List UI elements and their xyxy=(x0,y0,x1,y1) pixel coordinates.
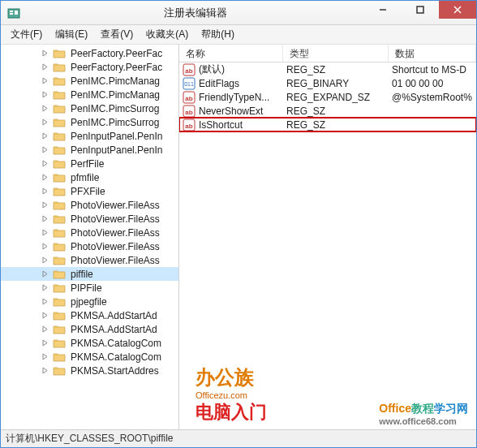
expand-toggle-icon[interactable] xyxy=(40,269,49,279)
binary-value-icon: 011 xyxy=(183,77,196,90)
tree-item[interactable]: PKMSA.StartAddres xyxy=(1,364,178,377)
expand-toggle-icon[interactable] xyxy=(40,49,49,58)
tree-item[interactable]: PKMSA.CatalogCom xyxy=(1,350,178,364)
value-row[interactable]: abNeverShowExtREG_SZ xyxy=(179,104,476,118)
expand-toggle-icon[interactable] xyxy=(40,145,49,155)
expand-toggle-icon[interactable] xyxy=(40,283,49,293)
value-list[interactable]: ab(默认)REG_SZShortcut to MS-D011EditFlags… xyxy=(179,62,476,429)
tree-item[interactable]: PKMSA.AddStartAd xyxy=(1,322,178,336)
folder-icon xyxy=(53,282,66,294)
svg-rect-2 xyxy=(10,13,13,15)
folder-icon xyxy=(53,131,66,142)
tree-item[interactable]: PhotoViewer.FileAss xyxy=(1,212,178,226)
window-controls xyxy=(364,1,476,24)
expand-toggle-icon[interactable] xyxy=(40,200,49,210)
tree-item[interactable]: PenIMC.PimcManag xyxy=(1,74,178,88)
tree-item[interactable]: PKMSA.CatalogCom xyxy=(1,336,178,350)
expand-toggle-icon[interactable] xyxy=(40,366,49,376)
tree-item[interactable]: PenInputPanel.PenIn xyxy=(1,129,178,143)
tree-item[interactable]: PIPFile xyxy=(1,281,178,295)
svg-rect-5 xyxy=(417,6,423,13)
tree-item[interactable]: PenIMC.PimcManag xyxy=(1,88,178,101)
menu-view[interactable]: 查看(V) xyxy=(94,25,140,44)
expand-toggle-icon[interactable] xyxy=(40,131,49,141)
tree-item[interactable]: PerfFile xyxy=(1,157,178,170)
minimize-button[interactable] xyxy=(364,1,402,19)
key-tree[interactable]: PeerFactory.PeerFacPeerFactory.PeerFacPe… xyxy=(1,45,178,429)
header-name[interactable]: 名称 xyxy=(179,45,283,62)
tree-item[interactable]: PhotoViewer.FileAss xyxy=(1,226,178,239)
folder-icon xyxy=(53,296,66,308)
value-name: EditFlags xyxy=(199,78,239,89)
menu-edit[interactable]: 编辑(E) xyxy=(49,25,94,44)
expand-toggle-icon[interactable] xyxy=(40,352,49,362)
folder-icon xyxy=(53,48,66,59)
expand-toggle-icon[interactable] xyxy=(40,325,49,334)
tree-item[interactable]: PenIMC.PimcSurrog xyxy=(1,101,178,115)
tree-item-label: PenIMC.PimcSurrog xyxy=(71,103,159,114)
folder-icon xyxy=(53,324,66,335)
string-value-icon: ab xyxy=(183,91,196,104)
tree-item-label: PenIMC.PimcSurrog xyxy=(71,117,159,128)
value-row[interactable]: ab(默认)REG_SZShortcut to MS-D xyxy=(179,62,476,76)
tree-item-label: PKMSA.AddStartAd xyxy=(71,324,157,335)
svg-text:011: 011 xyxy=(184,81,194,87)
tree-item-label: piffile xyxy=(71,269,93,280)
folder-icon xyxy=(53,227,66,239)
header-type[interactable]: 类型 xyxy=(283,45,389,62)
value-row[interactable]: abFriendlyTypeN...REG_EXPAND_SZ@%SystemR… xyxy=(179,90,476,104)
expand-toggle-icon[interactable] xyxy=(40,311,49,321)
value-data: Shortcut to MS-D xyxy=(389,64,476,75)
tree-item[interactable]: PhotoViewer.FileAss xyxy=(1,239,178,253)
close-button[interactable] xyxy=(439,1,476,19)
regedit-icon xyxy=(7,6,20,19)
folder-icon xyxy=(53,186,66,197)
maximize-button[interactable] xyxy=(402,1,439,19)
tree-item[interactable]: PenInputPanel.PenIn xyxy=(1,143,178,157)
tree-item[interactable]: PKMSA.AddStartAd xyxy=(1,308,178,322)
tree-item[interactable]: PeerFactory.PeerFac xyxy=(1,60,178,74)
menu-help[interactable]: 帮助(H) xyxy=(195,25,241,44)
expand-toggle-icon[interactable] xyxy=(40,159,49,169)
svg-rect-3 xyxy=(15,11,18,15)
window-title: 注册表编辑器 xyxy=(27,6,364,20)
expand-toggle-icon[interactable] xyxy=(40,338,49,348)
tree-item[interactable]: pjpegfile xyxy=(1,295,178,308)
expand-toggle-icon[interactable] xyxy=(40,118,49,127)
folder-icon xyxy=(53,255,66,266)
expand-toggle-icon[interactable] xyxy=(40,228,49,238)
expand-toggle-icon[interactable] xyxy=(40,104,49,114)
value-row[interactable]: abIsShortcutREG_SZ xyxy=(179,118,476,131)
tree-item[interactable]: PFXFile xyxy=(1,184,178,198)
tree-item[interactable]: PeerFactory.PeerFac xyxy=(1,46,178,60)
expand-toggle-icon[interactable] xyxy=(40,90,49,100)
expand-toggle-icon[interactable] xyxy=(40,76,49,86)
folder-icon xyxy=(53,213,66,225)
tree-item[interactable]: piffile xyxy=(1,267,178,281)
header-data[interactable]: 数据 xyxy=(389,45,476,62)
tree-item[interactable]: pfmfile xyxy=(1,170,178,184)
menu-file[interactable]: 文件(F) xyxy=(4,25,49,44)
expand-toggle-icon[interactable] xyxy=(40,173,49,183)
expand-toggle-icon[interactable] xyxy=(40,62,49,72)
tree-item-label: PenInputPanel.PenIn xyxy=(71,144,162,156)
watermark-office68: Office教程学习网 www.office68.com xyxy=(379,402,468,426)
tree-item[interactable]: PenIMC.PimcSurrog xyxy=(1,115,178,129)
value-row[interactable]: 011EditFlagsREG_BINARY01 00 00 00 xyxy=(179,76,476,90)
folder-icon xyxy=(53,89,66,101)
registry-editor-window: 注册表编辑器 文件(F) 编辑(E) 查看(V) 收藏夹(A) 帮助(H) Pe… xyxy=(0,0,477,448)
key-tree-pane: PeerFactory.PeerFacPeerFactory.PeerFacPe… xyxy=(1,45,179,429)
folder-icon xyxy=(53,103,66,114)
expand-toggle-icon[interactable] xyxy=(40,214,49,224)
menu-favorites[interactable]: 收藏夹(A) xyxy=(140,25,195,44)
titlebar[interactable]: 注册表编辑器 xyxy=(1,1,476,25)
expand-toggle-icon[interactable] xyxy=(40,242,49,252)
tree-item-label: PFXFile xyxy=(71,186,105,197)
tree-item[interactable]: PhotoViewer.FileAss xyxy=(1,198,178,212)
value-data: 01 00 00 00 xyxy=(389,78,476,89)
expand-toggle-icon[interactable] xyxy=(40,256,49,265)
expand-toggle-icon[interactable] xyxy=(40,187,49,196)
expand-toggle-icon[interactable] xyxy=(40,297,49,307)
tree-item[interactable]: PhotoViewer.FileAss xyxy=(1,253,178,267)
value-type: REG_SZ xyxy=(283,106,389,117)
